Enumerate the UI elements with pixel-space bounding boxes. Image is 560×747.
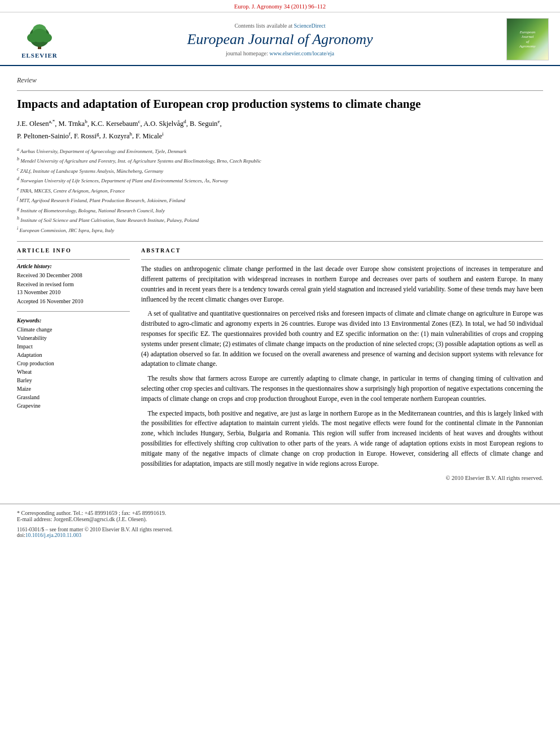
keyword-2: Vulnerability [17, 334, 130, 342]
journal-logo-image: EuropeanJournalofAgronomy [506, 18, 549, 60]
keyword-10: Grapevine [17, 402, 130, 410]
article-type: Review [17, 76, 543, 85]
keyword-9: Grassland [17, 394, 130, 401]
keyword-7: Barley [17, 377, 130, 385]
divider-before-columns [17, 241, 543, 242]
abstract-para-3: The results show that farmers across Eur… [141, 374, 543, 404]
author-6: P. Peltonen-Sainiof [17, 132, 71, 140]
keyword-4: Adaptation [17, 351, 130, 359]
corresponding-author-info: * Corresponding author. Tel.: +45 899916… [17, 510, 543, 522]
journal-logo-area: EuropeanJournalofAgronomy [492, 18, 549, 60]
history-label: Article history: [17, 263, 130, 269]
author-1-sup: a,* [49, 119, 55, 124]
journal-title: European Journal of Agronomy [68, 31, 492, 48]
author-9-sup: i [162, 130, 164, 136]
author-sep-7: , [99, 132, 102, 140]
author-2: M. Trnkab [59, 120, 88, 128]
sciencedirect-text: Contents lists available at ScienceDirec… [68, 23, 492, 29]
svg-point-5 [32, 29, 47, 42]
author-sep-1: , [55, 120, 58, 128]
issn-line: 1161-0301/$ – see front matter © 2010 El… [17, 527, 543, 538]
author-5: B. Seguine [190, 120, 220, 128]
journal-title-area: Contents lists available at ScienceDirec… [68, 23, 492, 56]
affiliation-b: b Mendel University of Agriculture and F… [17, 156, 543, 165]
journal-logo-text: EuropeanJournalofAgronomy [519, 30, 536, 49]
doi-label: doi: [17, 532, 25, 538]
abstract-text: The studies on anthropogenic climate cha… [141, 264, 543, 469]
article-content: Review Impacts and adaptation of Europea… [0, 66, 560, 492]
corresponding-label: * Corresponding author. [17, 510, 72, 516]
affiliation-c: c ZALf, Institute of Landscape Systems A… [17, 166, 543, 176]
article-info-column: ARTICLE INFO Article history: Received 3… [17, 247, 130, 480]
elsevier-wordmark: ELSEVIER [21, 52, 58, 59]
elsevier-logo: ELSEVIER [11, 20, 68, 59]
article-title: Impacts and adaptation of European crop … [17, 97, 543, 112]
abstract-column: ABSTRACT The studies on anthropogenic cl… [141, 247, 543, 480]
sciencedirect-link[interactable]: ScienceDirect [294, 23, 325, 29]
tel-number: Tel.: +45 89991659 [73, 510, 117, 516]
affiliation-d: d Norwegian University of Life Sciences,… [17, 176, 543, 185]
citation-bar: Europ. J. Agronomy 34 (2011) 96–112 [0, 0, 560, 12]
keyword-6: Wheat [17, 368, 130, 376]
received-revised: Received in revised form 13 November 201… [17, 281, 130, 296]
journal-header: ELSEVIER Contents lists available at Sci… [0, 12, 560, 66]
abstract-header: ABSTRACT [141, 247, 543, 254]
affiliations: a Aarhus University, Department of Agroe… [17, 146, 543, 235]
affiliation-f: f MTT, Agrifood Research Finland, Plant … [17, 195, 543, 205]
elsevier-tree-icon [23, 20, 56, 51]
elsevier-logo-area: ELSEVIER [11, 20, 68, 59]
authors-line: J.E. Olesena,*, M. Trnkab, K.C. Kersebau… [17, 117, 543, 141]
citation-text: Europ. J. Agronomy 34 (2011) 96–112 [234, 3, 326, 10]
abstract-para-4: The expected impacts, both positive and … [141, 409, 543, 469]
author-sep-5: , [220, 120, 221, 128]
homepage-url[interactable]: www.elsevier.com/locate/eja [269, 50, 334, 56]
author-sep-2: , [88, 120, 91, 128]
fax-number: fax: +45 89991619. [122, 510, 167, 516]
journal-homepage: journal homepage: www.elsevier.com/locat… [68, 50, 492, 56]
received-date: Received 30 December 2008 [17, 272, 130, 279]
author-1: J.E. Olesena,* [17, 120, 55, 128]
author-4: A.O. Skjelvågd [143, 120, 186, 128]
keywords-label: Keywords: [17, 317, 130, 324]
email-label: E-mail address: [17, 516, 52, 522]
author-3: K.C. Kersebaumc [91, 120, 141, 128]
issn-text: 1161-0301/$ – see front matter © 2010 El… [17, 527, 173, 532]
keyword-3: Impact [17, 343, 130, 351]
received-revised-date: 13 November 2010 [17, 289, 60, 295]
article-info-header: ARTICLE INFO [17, 247, 130, 254]
keyword-8: Maize [17, 385, 130, 393]
author-7: F. Rossig [74, 132, 99, 140]
divider-keywords [17, 311, 130, 312]
affiliation-e: e INRA, MKCES, Centre d'Avignon, Avignon… [17, 186, 543, 195]
copyright-notice: © 2010 Elsevier B.V. All rights reserved… [141, 475, 543, 481]
accepted-date: Accepted 16 November 2010 [17, 298, 130, 305]
affiliation-i: i European Commission, JRC Ispra, Ispra,… [17, 225, 543, 235]
abstract-para-1: The studies on anthropogenic climate cha… [141, 264, 543, 304]
divider-abstract [141, 259, 543, 260]
received-revised-line1: Received in revised form [17, 281, 74, 287]
two-column-section: ARTICLE INFO Article history: Received 3… [17, 247, 543, 480]
divider-after-type [17, 90, 543, 91]
affiliation-h: h Institute of Soil Science and Plant Cu… [17, 215, 543, 225]
divider-article-info [17, 259, 130, 260]
doi-link[interactable]: 10.1016/j.eja.2010.11.003 [25, 532, 81, 538]
author-9: F. Micalei [135, 132, 163, 140]
page-footer: * Corresponding author. Tel.: +45 899916… [0, 504, 560, 547]
page: Europ. J. Agronomy 34 (2011) 96–112 ELSE… [0, 0, 560, 747]
email-link[interactable]: JorgenE.Olesen@agrsci.dk [54, 516, 115, 522]
keyword-1: Climate change [17, 326, 130, 334]
author-8: J. Kozyrah [103, 132, 132, 140]
affiliation-g: g Institute of Biometeorology, Bologna, … [17, 206, 543, 215]
author-sep-6: , [71, 132, 74, 140]
abstract-para-2: A set of qualitative and quantitative qu… [141, 309, 543, 369]
email-note: (J.E. Olesen). [116, 516, 147, 522]
keyword-5: Crop production [17, 360, 130, 368]
affiliation-a: a Aarhus University, Department of Agroe… [17, 146, 543, 156]
